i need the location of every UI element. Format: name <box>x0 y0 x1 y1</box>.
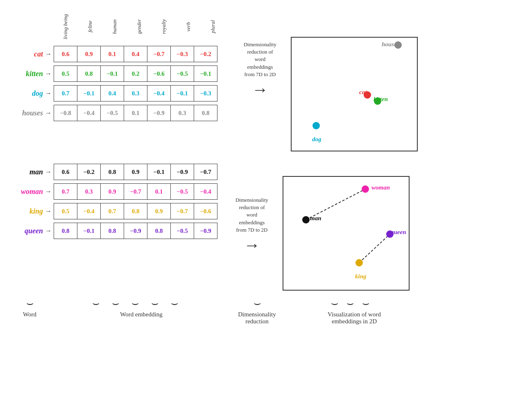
word-label-kitten: kitten <box>4 70 45 78</box>
dot-dog <box>312 122 320 129</box>
bottom-middle-col: Dimensionality reduction of word embeddi… <box>225 164 278 253</box>
dot-label-cat: cat <box>359 89 367 96</box>
cell-houses-2: −0.5 <box>100 105 124 121</box>
dot-label-dog: dog <box>312 136 321 143</box>
top-viz-box: housescatkittendog <box>291 37 418 151</box>
cell-man-6: −0.7 <box>194 164 217 180</box>
cell-kitten-4: −0.6 <box>147 65 171 82</box>
word-row-woman: woman→0.70.30.9−0.70.1−0.5−0.4 <box>4 183 217 200</box>
word-row-dog: dog→0.7−0.10.40.3−0.4−0.1−0.3 <box>4 85 225 102</box>
word-label-cat: cat <box>4 50 45 59</box>
dot-man <box>302 216 310 223</box>
word-label-dog: dog <box>4 89 45 98</box>
cell-kitten-1: 0.8 <box>77 65 101 82</box>
cell-king-1: −0.4 <box>77 203 101 219</box>
word-row-queen: queen→0.8−0.10.8−0.90.8−0.5−0.9 <box>4 223 217 239</box>
cell-man-4: −0.1 <box>147 164 171 180</box>
cell-king-0: 0.5 <box>54 203 77 219</box>
dot-label-queen: queen <box>391 229 406 236</box>
cells-kitten: 0.50.8−0.10.2−0.6−0.5−0.1 <box>54 65 217 82</box>
cell-queen-3: −0.9 <box>124 223 147 239</box>
cells-queen: 0.8−0.10.8−0.90.8−0.5−0.9 <box>54 223 217 239</box>
cell-king-6: −0.6 <box>194 203 217 219</box>
word-row-cat: cat→0.60.90.10.4−0.7−0.3−0.2 <box>4 46 225 62</box>
col-header-plural: plural <box>201 8 225 45</box>
arrow-king: → <box>45 208 52 215</box>
cell-queen-5: −0.5 <box>170 223 194 239</box>
cell-king-2: 0.7 <box>100 203 124 219</box>
cells-cat: 0.60.90.10.4−0.7−0.3−0.2 <box>54 46 217 62</box>
cell-woman-4: 0.1 <box>147 183 171 200</box>
arrow-woman: → <box>45 188 52 195</box>
top-tables-area: living beingfelinehumangenderroyaltyverb… <box>4 8 225 124</box>
bottom-viz-box: womanmankingqueen <box>283 176 410 291</box>
cell-cat-3: 0.4 <box>124 46 147 62</box>
cell-cat-0: 0.6 <box>54 46 77 62</box>
cell-cat-4: −0.7 <box>147 46 171 62</box>
cell-man-0: 0.6 <box>54 164 77 180</box>
word-row-man: man→0.6−0.20.80.9−0.1−0.9−0.7 <box>4 164 217 180</box>
top-middle-col: Dimensionality reduction of word embeddi… <box>233 8 287 98</box>
cell-queen-6: −0.9 <box>194 223 217 239</box>
cell-dog-1: −0.1 <box>77 85 101 102</box>
cell-woman-1: 0.3 <box>77 183 101 200</box>
cell-cat-5: −0.3 <box>170 46 194 62</box>
cell-kitten-5: −0.5 <box>170 65 194 82</box>
cell-king-3: 0.8 <box>124 203 147 219</box>
cell-dog-3: 0.3 <box>124 85 147 102</box>
cell-kitten-0: 0.5 <box>54 65 77 82</box>
bottom-labels-row: ⌣ Word ⌣⌣⌣⌣⌣ Word embedding ⌣ Dimensiona… <box>4 297 455 325</box>
cell-king-4: 0.9 <box>147 203 171 219</box>
top-section: living beingfelinehumangenderroyaltyverb… <box>4 8 528 151</box>
word-label-houses: houses <box>4 109 45 117</box>
arrow-kitten: → <box>45 70 52 77</box>
dot-label-king: king <box>355 273 367 280</box>
dot-label-woman: woman <box>371 184 390 191</box>
cells-king: 0.5−0.40.70.80.9−0.7−0.6 <box>54 203 217 219</box>
arrow-queen: → <box>45 227 52 235</box>
cell-queen-1: −0.1 <box>77 223 101 239</box>
col-header-verb: verb <box>176 8 201 45</box>
col-header-living-being: living being <box>53 8 78 45</box>
main-container: living beingfelinehumangenderroyaltyverb… <box>0 0 532 397</box>
col-header-human: human <box>102 8 127 45</box>
cell-houses-0: −0.8 <box>54 105 77 121</box>
col-header-royalty: royalty <box>152 8 176 45</box>
cell-woman-5: −0.5 <box>170 183 194 200</box>
cells-houses: −0.8−0.4−0.50.1−0.90.30.8 <box>54 105 217 121</box>
viz-line-1 <box>359 234 390 263</box>
dot-label-man: man <box>310 215 321 222</box>
cell-dog-5: −0.1 <box>170 85 194 102</box>
cell-woman-6: −0.4 <box>194 183 217 200</box>
cell-queen-4: 0.8 <box>147 223 171 239</box>
embedding-bottom-label: Word embedding <box>120 311 162 318</box>
cell-houses-5: 0.3 <box>170 105 194 121</box>
arrow-man: → <box>45 168 52 176</box>
dot-label-kitten: kitten <box>374 96 388 103</box>
cell-cat-6: −0.2 <box>194 46 217 62</box>
embedding-label-section: ⌣⌣⌣⌣⌣ Word embedding <box>53 297 229 318</box>
cell-houses-1: −0.4 <box>77 105 101 121</box>
column-headers: living beingfelinehumangenderroyaltyverb… <box>53 8 225 45</box>
cell-cat-2: 0.1 <box>100 46 124 62</box>
top-arrow: → <box>252 81 268 98</box>
top-dim-text: Dimensionality reduction of word embeddi… <box>244 41 276 78</box>
word-label-king: king <box>4 207 45 216</box>
word-bottom-label: Word <box>23 311 36 318</box>
visualization-label-section: ⌣⌣⌣ Visualization of word embeddings in … <box>289 297 420 325</box>
dim-reduction-bottom-label: Dimensionality reduction <box>238 311 276 325</box>
cell-queen-2: 0.8 <box>100 223 124 239</box>
word-label-queen: queen <box>4 227 45 235</box>
cell-kitten-2: −0.1 <box>100 65 124 82</box>
cell-man-5: −0.9 <box>170 164 194 180</box>
cell-kitten-6: −0.1 <box>194 65 217 82</box>
cell-woman-3: −0.7 <box>124 183 147 200</box>
cell-houses-3: 0.1 <box>124 105 147 121</box>
viz-bottom-label: Visualization of word embeddings in 2D <box>328 311 381 325</box>
dot-label-houses: houses <box>382 41 399 48</box>
word-label-man: man <box>4 168 45 176</box>
cell-man-2: 0.8 <box>100 164 124 180</box>
cell-king-5: −0.7 <box>170 203 194 219</box>
arrow-dog: → <box>45 90 52 97</box>
cell-cat-1: 0.9 <box>77 46 101 62</box>
